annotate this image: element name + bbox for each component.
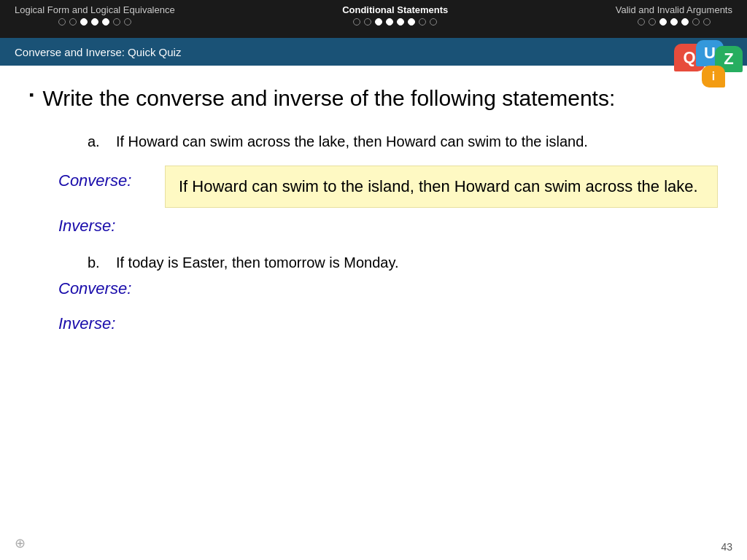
dot-cs-7 [419, 18, 426, 26]
bubble-i: i [702, 66, 725, 88]
nav-dots-valid-invalid [638, 18, 711, 26]
sub-item-a-statement: If Howard can swim across the lake, then… [116, 133, 588, 149]
main-question-text: Write the converse and inverse of the fo… [42, 84, 615, 112]
dot-lf-4 [91, 18, 98, 26]
inverse-label-b: Inverse: [58, 314, 718, 333]
nav-title-logical-form: Logical Form and Logical Equivalence [15, 4, 175, 15]
dot-cs-5 [397, 18, 404, 26]
dot-vi-2 [649, 18, 656, 26]
nav-section-valid-invalid[interactable]: Valid and Invalid Arguments [616, 4, 732, 26]
dot-vi-1 [638, 18, 645, 26]
dot-vi-6 [692, 18, 700, 26]
nav-title-valid-invalid: Valid and Invalid Arguments [616, 4, 732, 15]
dot-lf-3 [80, 18, 88, 26]
main-content: ▪ Write the converse and inverse of the … [0, 66, 747, 364]
main-question-block: ▪ Write the converse and inverse of the … [29, 84, 718, 112]
dot-cs-8 [430, 18, 437, 26]
dot-lf-7 [124, 18, 131, 26]
dot-cs-6 [408, 18, 415, 26]
dot-cs-3 [375, 18, 382, 26]
bullet-icon: ▪ [29, 88, 34, 103]
sub-item-a: a. If Howard can swim across the lake, t… [88, 131, 718, 152]
quiz-logo: Q U Z i [674, 38, 740, 93]
crosshair-icon: ⊕ [15, 535, 26, 551]
subtitle-bar: Converse and Inverse: Quick Quiz [0, 38, 747, 66]
nav-title-conditional: Conditional Statements [342, 4, 448, 15]
converse-row-a: Converse: If Howard can swim to the isla… [58, 166, 718, 208]
quiz-bubble: Q U Z i [674, 40, 740, 91]
dot-vi-3 [659, 18, 667, 26]
converse-label-a: Converse: [58, 166, 153, 190]
dot-vi-7 [703, 18, 711, 26]
dot-cs-1 [353, 18, 360, 26]
dot-vi-4 [670, 18, 678, 26]
dot-vi-5 [681, 18, 689, 26]
dot-lf-1 [58, 18, 66, 26]
page-number: 43 [721, 541, 732, 553]
sub-item-b-label: b. [88, 254, 100, 271]
nav-dots-logical-form [58, 18, 131, 26]
sub-item-b-statement: If today is Easter, then tomorrow is Mon… [116, 254, 399, 271]
dot-lf-5 [102, 18, 109, 26]
nav-dots-conditional [353, 18, 437, 26]
converse-label-b: Converse: [58, 279, 718, 298]
converse-answer-a: If Howard can swim to the island, then H… [165, 166, 718, 208]
nav-section-conditional[interactable]: Conditional Statements [342, 4, 448, 26]
top-nav-bar: Logical Form and Logical Equivalence Con… [0, 0, 747, 38]
sub-item-b: b. If today is Easter, then tomorrow is … [88, 252, 718, 273]
inverse-label-a: Inverse: [58, 217, 718, 236]
sub-item-b-text: b. If today is Easter, then tomorrow is … [88, 252, 718, 273]
dot-lf-2 [69, 18, 77, 26]
dot-cs-2 [364, 18, 371, 26]
sub-item-a-text: a. If Howard can swim across the lake, t… [88, 131, 718, 152]
dot-cs-4 [386, 18, 393, 26]
sub-item-a-label: a. [88, 133, 100, 149]
subtitle-text: Converse and Inverse: Quick Quiz [15, 46, 181, 58]
dot-lf-6 [113, 18, 120, 26]
nav-section-logical-form[interactable]: Logical Form and Logical Equivalence [15, 4, 175, 26]
